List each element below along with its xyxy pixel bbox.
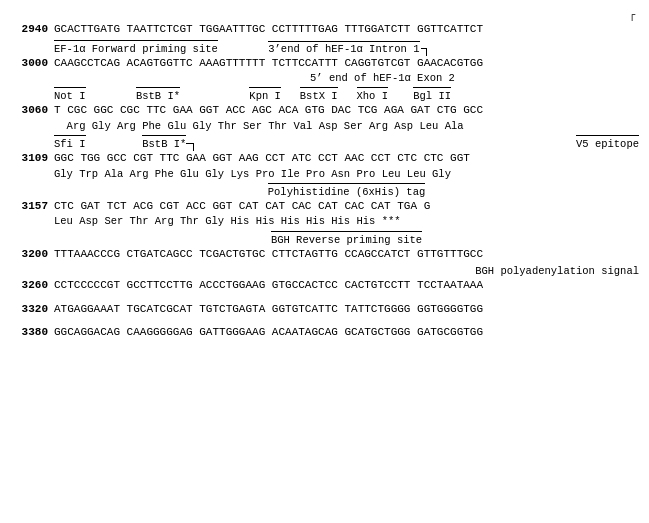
seq-line-3380: 3380 GGCAGGACAG CAAGGGGGAG GATTGGGAAG AC… — [10, 325, 639, 340]
block-3320: 3320 ATGAGGAAAT TGCATCGCAT TGTCTGAGTA GG… — [10, 296, 639, 317]
seq-line-3260: 3260 CCTCCCCCGT GCCTTCCTTG ACCCTGGAAG GT… — [10, 278, 639, 293]
line-number: 3109 — [10, 151, 48, 166]
bgh-reverse-label: BGH Reverse priming site — [271, 231, 422, 247]
block-2940: ┌ 2940 GCACTTGATG TAATTCTCGT TGGAATTTGC … — [10, 8, 639, 38]
sequence-viewer: ┌ 2940 GCACTTGATG TAATTCTCGT TGGAATTTGC … — [10, 8, 639, 340]
kpnI-label: Kpn I — [249, 87, 281, 103]
block-3060: Not I BstB I* Kpn I BstX I Xho I Bgl II … — [10, 87, 639, 133]
bgh-reverse-annotation: BGH Reverse priming site — [10, 231, 639, 247]
seq-line-3000: 3000 CAAGCCTCAG ACAGTGGTTC AAAGTTTTTT TC… — [10, 56, 639, 71]
bstBI2-label: BstB I* — [142, 135, 186, 151]
bgh-poly-label: BGH polyadenylation signal — [475, 265, 639, 277]
seq-line-3060: 3060 T CGC GGC CGC TTC GAA GGT ACC AGC A… — [10, 103, 639, 118]
block-3109: Sfi I BstB I* V5 epitope 3109 GGC TGG GC… — [10, 135, 639, 181]
intron-bracket — [421, 48, 427, 56]
seq-line-2940: 2940 GCACTTGATG TAATTCTCGT TGGAATTTGC CC… — [10, 22, 639, 37]
polyhis-annotation: Polyhistidine (6xHis) tag — [10, 183, 639, 199]
sequence: CCTCCCCCGT GCCTTCCTTG ACCCTGGAAG GTGCCAC… — [54, 278, 639, 293]
aa-line-3060: Arg Gly Arg Phe Glu Gly Thr Ser Thr Val … — [10, 119, 639, 133]
bstBI-label: BstB I* — [136, 87, 180, 103]
line-number: 3380 — [10, 325, 48, 340]
line-number: 3260 — [10, 278, 48, 293]
sequence: GGC TGG GCC CGT TTC GAA GGT AAG CCT ATC … — [54, 151, 639, 166]
block-3380: 3380 GGCAGGACAG CAAGGGGGAG GATTGGGAAG AC… — [10, 319, 639, 340]
aa-line-3157: Leu Asp Ser Thr Arg Thr Gly His His His … — [10, 214, 639, 228]
v5-epitope-label: V5 epitope — [576, 135, 639, 151]
amino-acids: Gly Trp Ala Arg Phe Glu Gly Lys Pro Ile … — [54, 168, 451, 180]
sequence: GCACTTGATG TAATTCTCGT TGGAATTTGC CCTTTTT… — [54, 22, 639, 37]
sequence: T CGC GGC CGC TTC GAA GGT ACC AGC ACA GT… — [54, 103, 639, 118]
top-bracket-line: ┌ — [10, 8, 639, 22]
line-number: 3157 — [10, 199, 48, 214]
spacer — [224, 43, 262, 55]
ef1a-forward-label: EF-1α Forward priming site — [54, 40, 218, 56]
block-3157: Polyhistidine (6xHis) tag 3157 CTC GAT T… — [10, 183, 639, 229]
enzyme-labels-row: Not I BstB I* Kpn I BstX I Xho I Bgl II — [10, 87, 639, 103]
seq-line-3200: 3200 TTTAAACCCG CTGATCAGCC TCGACTGTGC CT… — [10, 247, 639, 262]
amino-acids: Arg Gly Arg Phe Glu Gly Thr Ser Thr Val … — [54, 120, 464, 132]
sfi-bstbi-labels: Sfi I BstB I* — [54, 135, 194, 151]
amino-acids: Leu Asp Ser Thr Arg Thr Gly His His His … — [54, 215, 401, 227]
bgh-poly-annotation: BGH polyadenylation signal — [10, 264, 639, 278]
block-3200: BGH Reverse priming site 3200 TTTAAACCCG… — [10, 231, 639, 263]
bglII-label: Bgl II — [413, 87, 451, 103]
sequence: CTC GAT TCT ACG CGT ACC GGT CAT CAT CAC … — [54, 199, 639, 214]
sequence: ATGAGGAAAT TGCATCGCAT TGTCTGAGTA GGTGTCA… — [54, 302, 639, 317]
seq-line-3320: 3320 ATGAGGAAAT TGCATCGCAT TGTCTGAGTA GG… — [10, 302, 639, 317]
line-number: 2940 — [10, 22, 48, 37]
line-number: 3060 — [10, 103, 48, 118]
exon2-annotation: 5’ end of hEF-1α Exon 2 — [10, 71, 639, 85]
line-number: 3000 — [10, 56, 48, 71]
sequence: TTTAAACCCG CTGATCAGCC TCGACTGTGC CTTCTAG… — [54, 247, 639, 262]
seq-line-3157: 3157 CTC GAT TCT ACG CGT ACC GGT CAT CAT… — [10, 199, 639, 214]
polyhis-label: Polyhistidine (6xHis) tag — [268, 183, 426, 199]
exon2-label: 5’ end of hEF-1α Exon 2 — [310, 72, 455, 84]
sfi-v5-row: Sfi I BstB I* V5 epitope — [10, 135, 639, 151]
notI-label: Not I — [54, 87, 86, 103]
sequence: GGCAGGACAG CAAGGGGGAG GATTGGGAAG ACAATAG… — [54, 325, 639, 340]
block-3260: BGH polyadenylation signal 3260 CCTCCCCC… — [10, 264, 639, 294]
line-number: 3200 — [10, 247, 48, 262]
seq-line-3109: 3109 GGC TGG GCC CGT TTC GAA GGT AAG CCT… — [10, 151, 639, 166]
sfiI-label: Sfi I — [54, 135, 86, 151]
sequence: CAAGCCTCAG ACAGTGGTTC AAAGTTTTTT TCTTCCA… — [54, 56, 639, 71]
bstbi-bracket — [186, 143, 194, 151]
block-3000: EF-1α Forward priming site 3’end of hEF-… — [10, 40, 639, 86]
ef1a-intron-label: 3’end of hEF-1α Intron 1 — [268, 41, 419, 55]
ef1a-annotation: EF-1α Forward priming site 3’end of hEF-… — [10, 40, 639, 56]
bstXI-label: BstX I — [300, 87, 338, 103]
aa-line-3109: Gly Trp Ala Arg Phe Glu Gly Lys Pro Ile … — [10, 167, 639, 181]
xhoI-label: Xho I — [357, 87, 389, 103]
line-number: 3320 — [10, 302, 48, 317]
